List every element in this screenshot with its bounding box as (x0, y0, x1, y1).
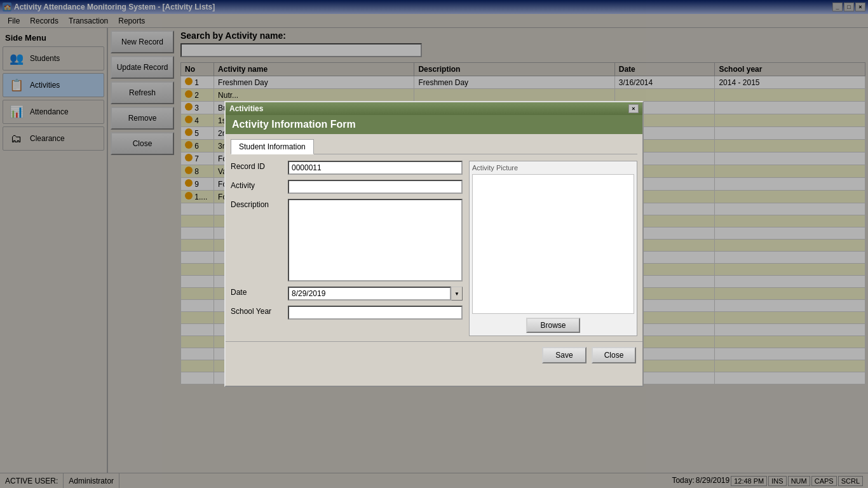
modal-overlay: Activities × Activity Information Form S… (0, 0, 868, 488)
save-button[interactable]: Save (542, 347, 587, 363)
picture-box: Activity Picture Browse (469, 161, 637, 336)
school-year-input[interactable] (288, 306, 463, 320)
activity-input[interactable] (288, 180, 463, 194)
activity-label: Activity (231, 180, 288, 190)
record-id-input[interactable] (288, 161, 463, 175)
form-left: Record ID Activity Description Date (231, 161, 463, 336)
description-textarea[interactable] (288, 199, 463, 281)
date-input[interactable] (288, 287, 451, 301)
modal-form-title: Activity Information Form (232, 119, 356, 130)
modal-title-label: Activities (229, 104, 263, 113)
record-id-label: Record ID (231, 161, 288, 171)
date-wrapper: ▼ (288, 287, 463, 301)
picture-box-label: Activity Picture (472, 164, 634, 172)
modal-close-icon[interactable]: × (628, 104, 639, 113)
modal-window: Activities × Activity Information Form S… (224, 101, 644, 387)
modal-header: Activity Information Form (226, 115, 642, 134)
picture-area (472, 174, 634, 314)
modal-title-bar: Activities × (226, 102, 642, 115)
school-year-label: School Year (231, 306, 288, 316)
row-record-id: Record ID (231, 161, 463, 175)
tab-student-information[interactable]: Student Information (231, 139, 314, 154)
modal-body: Student Information Record ID Activity D… (226, 134, 642, 341)
modal-close-button[interactable]: Close (592, 347, 636, 363)
row-description: Description (231, 199, 463, 281)
date-label: Date (231, 287, 288, 297)
modal-footer: Save Close (226, 341, 642, 369)
row-school-year: School Year (231, 306, 463, 320)
modal-tab-bar: Student Information (231, 139, 637, 154)
date-dropdown-button[interactable]: ▼ (451, 287, 463, 301)
row-activity: Activity (231, 180, 463, 194)
description-label: Description (231, 199, 288, 209)
row-date: Date ▼ (231, 287, 463, 301)
form-content: Record ID Activity Description Date (231, 161, 637, 336)
browse-button[interactable]: Browse (526, 318, 580, 333)
